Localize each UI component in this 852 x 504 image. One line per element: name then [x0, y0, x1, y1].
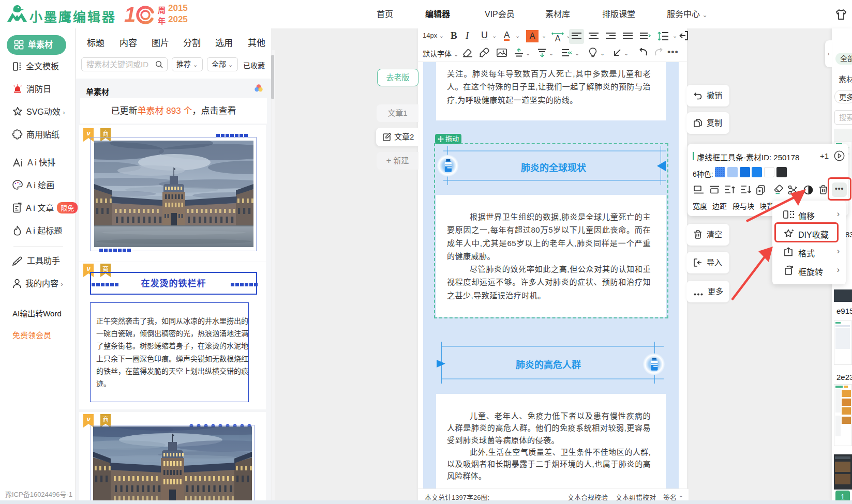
svg-text:s: s [17, 110, 19, 115]
svg-text:ν: ν [86, 129, 91, 137]
svg-text:商: 商 [102, 416, 109, 423]
svg-text:ν: ν [86, 415, 91, 423]
svg-text:商: 商 [102, 130, 109, 138]
svg-text:ν: ν [86, 265, 91, 272]
svg-text:A: A [555, 34, 561, 42]
